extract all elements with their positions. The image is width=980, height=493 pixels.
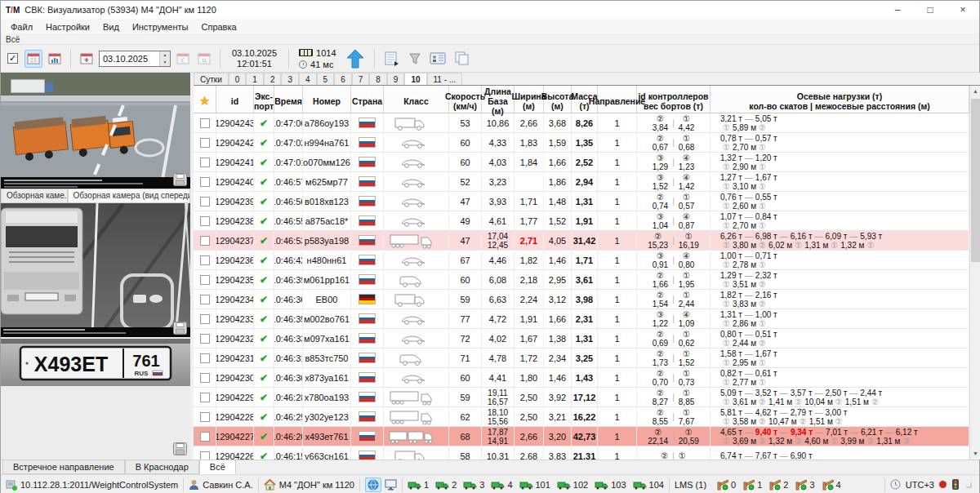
row-checkbox[interactable] [200, 197, 210, 207]
row-checkbox[interactable] [200, 216, 210, 226]
calendar-add-button[interactable] [78, 50, 96, 68]
scroll-to-top-button[interactable] [343, 47, 368, 70]
menu-item-3[interactable]: Инструменты [126, 20, 195, 33]
header-direction[interactable]: Направление [598, 86, 637, 117]
day-tab-2[interactable]: 2 [264, 73, 282, 85]
day-tab-3[interactable]: 3 [281, 73, 299, 85]
select-all-checkbox[interactable]: ✓ [7, 53, 18, 64]
minimize-button[interactable]: – [881, 1, 914, 19]
direction-tab-0[interactable]: Встречное направление [2, 460, 125, 474]
header-id[interactable]: id [216, 86, 254, 117]
table-row[interactable]: 12904241 ✔ 10:47:01 о070мм126 60 4,03 1,… [194, 153, 969, 172]
table-row[interactable]: 12904231 ✔ 10:46:31 в853тс750 71 4,78 1,… [194, 349, 969, 368]
calendar-prev-button[interactable] [174, 50, 192, 68]
row-checkbox[interactable] [200, 353, 210, 363]
front-camera-photo[interactable] [1, 203, 190, 337]
table-row[interactable]: 12904233 ✔ 10:46:35 м002во761 77 4,72 1,… [194, 309, 969, 329]
table-row[interactable]: 12904232 ✔ 10:46:33 м097ха161 72 4,02 1,… [194, 329, 969, 349]
day-tab-10[interactable]: 10 [404, 73, 426, 85]
direction-tab-2[interactable]: Всё [199, 460, 236, 474]
card-view-button[interactable] [427, 50, 448, 68]
save-photo-button[interactable] [173, 322, 187, 335]
row-checkbox[interactable] [200, 118, 210, 128]
row-checkbox[interactable] [200, 432, 210, 442]
row-checkbox[interactable] [200, 295, 210, 304]
table-row[interactable]: 12904236 ✔ 10:46:42 н480нн61 67 4,46 1,8… [194, 251, 969, 270]
table-row[interactable]: 12904234 ✔ 10:46:36 EB00 59 6,63 2,24 3,… [194, 290, 969, 309]
header-controllers[interactable]: id контроллероввес бортов (т) [637, 86, 710, 117]
header-length[interactable]: ДлинаБаза (м) [482, 86, 514, 117]
filter-button[interactable] [406, 50, 424, 68]
table-row[interactable]: 12904239 ✔ 10:46:56 в018хв123 47 3,93 1,… [194, 192, 969, 211]
direction-tab-1[interactable]: В Краснодар [125, 460, 199, 474]
scroll-thumb[interactable] [971, 99, 980, 262]
table-row[interactable]: 12904238 ✔ 10:46:55 а875ас18* 49 4,61 1,… [194, 211, 969, 231]
header-plate[interactable]: Номер [303, 86, 351, 117]
row-checkbox[interactable] [200, 451, 210, 460]
row-checkbox[interactable] [200, 236, 210, 246]
table-row[interactable]: 12904228 ✔ 10:46:25 у302уе123 62 18,1015… [194, 407, 969, 427]
close-button[interactable]: × [947, 1, 979, 19]
day-tab-11 - ...[interactable]: 11 - ... [427, 73, 463, 85]
menu-item-1[interactable]: Настройки [39, 20, 96, 33]
row-checkbox[interactable] [200, 314, 210, 324]
header-axles[interactable]: Осевые нагрузки (т)кол-во скатов | межос… [710, 86, 969, 117]
date-spinner[interactable]: ▲▼ [159, 51, 170, 66]
map-button[interactable] [365, 477, 381, 492]
header-speed[interactable]: Скорость(км/ч) [449, 86, 482, 117]
table-row[interactable]: 12904243 ✔ 10:47:06 а786оу193 53 10,86 2… [194, 113, 969, 133]
day-tab-5[interactable]: 5 [317, 73, 335, 85]
day-tab-1[interactable]: 1 [246, 73, 264, 85]
day-tab-6[interactable]: 6 [334, 73, 352, 85]
row-checkbox[interactable] [200, 393, 210, 402]
report-button[interactable] [381, 50, 403, 68]
calendar-stats-button[interactable] [46, 50, 64, 68]
row-checkbox[interactable] [200, 158, 210, 167]
table-row[interactable]: 12904242 ✔ 10:47:02 н994на761 60 4,33 1,… [194, 133, 969, 153]
row-checkbox[interactable] [200, 177, 210, 187]
menu-item-4[interactable]: Справка [194, 20, 243, 33]
header-country[interactable]: Страна [351, 86, 384, 117]
header-star[interactable]: ★ [194, 86, 216, 117]
maximize-button[interactable]: □ [914, 1, 947, 19]
camera-tab-0[interactable]: Обзорная каме... [1, 189, 68, 202]
header-width[interactable]: Ширина(м) [514, 86, 544, 117]
scroll-up-arrow[interactable]: ▲ [970, 86, 980, 97]
overview-camera-photo[interactable] [1, 73, 190, 189]
header-time[interactable]: Время [274, 86, 303, 117]
save-photo-button[interactable] [173, 173, 187, 186]
monitor-icon[interactable] [385, 479, 397, 491]
row-checkbox[interactable] [200, 138, 210, 148]
day-tab-0[interactable]: 0 [229, 73, 247, 85]
calendar-date-button[interactable]: 11 [195, 50, 213, 68]
day-tab-8[interactable]: 8 [369, 73, 387, 85]
table-row[interactable]: 12904227 ✔ 10:46:20 х493ет761 68 17,8714… [194, 427, 969, 446]
header-height[interactable]: Высота(м) [544, 86, 572, 117]
row-checkbox[interactable] [200, 373, 210, 383]
table-scrollbar[interactable]: ▲ ▼ [969, 86, 980, 460]
plate-photo[interactable]: Х493ЕТ 761 RUS [1, 339, 190, 386]
table-row[interactable]: 12904230 ✔ 10:46:30 х873уа161 60 4,41 1,… [194, 368, 969, 388]
table-row[interactable]: 12904240 ✔ 10:46:57 м625мр77 52 3,23 1,8… [194, 172, 969, 192]
header-export[interactable]: Экс-порт [254, 86, 274, 117]
row-checkbox[interactable] [200, 334, 210, 344]
calendar-day-button[interactable] [24, 50, 42, 68]
header-class[interactable]: Класс [384, 86, 449, 117]
table-row[interactable]: 12904235 ✔ 10:46:39 м061рр161 60 6,08 2,… [194, 270, 969, 290]
row-checkbox[interactable] [200, 412, 210, 422]
save-photo-button[interactable] [173, 442, 187, 459]
copy-button[interactable] [452, 50, 473, 68]
scroll-down-arrow[interactable]: ▼ [970, 448, 980, 460]
camera-tab-1[interactable]: Обзорная камера (вид спереди; ... [68, 189, 190, 202]
table-row[interactable]: 12904237 ✔ 10:46:53 р583уа198 47 17,0412… [194, 231, 969, 251]
row-checkbox[interactable] [200, 275, 210, 285]
day-tab-7[interactable]: 7 [352, 73, 370, 85]
day-tab-Сутки[interactable]: Сутки [194, 73, 229, 85]
date-field[interactable]: 03.10.2025 ▲▼ [99, 51, 171, 67]
menu-item-2[interactable]: Вид [96, 20, 126, 33]
day-tab-4[interactable]: 4 [299, 73, 317, 85]
table-row[interactable]: 12904226 ✔ 10:46:15 у663сн161 58 10,31 2… [194, 446, 969, 460]
menu-item-0[interactable]: Файл [4, 20, 39, 33]
row-checkbox[interactable] [200, 255, 210, 265]
day-tab-9[interactable]: 9 [387, 73, 405, 85]
